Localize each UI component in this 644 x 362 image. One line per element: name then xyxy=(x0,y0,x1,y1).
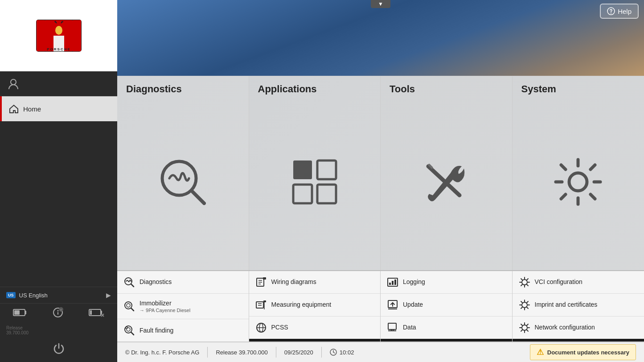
battery-status-icon[interactable] xyxy=(13,308,27,320)
network-icon xyxy=(519,322,530,333)
svg-rect-70 xyxy=(392,281,394,285)
svg-line-50 xyxy=(131,308,134,311)
language-selector[interactable]: US US English ▶ xyxy=(0,287,117,303)
category-diagnostics-title: Diagnostics xyxy=(126,83,240,95)
menu-item-data[interactable]: Data xyxy=(381,317,512,339)
svg-line-47 xyxy=(131,284,134,287)
menu-item-logging-label: Logging xyxy=(403,278,425,286)
help-button[interactable]: Help xyxy=(600,4,639,19)
svg-rect-69 xyxy=(389,283,391,285)
svg-rect-75 xyxy=(388,323,396,329)
svg-line-104 xyxy=(527,324,528,325)
svg-line-87 xyxy=(521,284,522,286)
svg-point-28 xyxy=(611,13,611,14)
sidebar: PORSCHE Home US US English ▶ xyxy=(0,0,117,362)
menu-item-fault-finding[interactable]: Fault finding xyxy=(117,319,249,341)
data-icon xyxy=(387,322,398,333)
footer: © Dr. Ing. h.c. F. Porsche AG Release 39… xyxy=(117,341,644,362)
hero-chevron[interactable]: ▼ xyxy=(371,0,390,8)
category-system-title: System xyxy=(521,83,636,95)
svg-rect-59 xyxy=(263,277,266,280)
svg-point-49 xyxy=(127,304,130,307)
svg-line-45 xyxy=(561,194,566,199)
menu-item-vci[interactable]: VCI configuration xyxy=(513,271,644,294)
menu-item-update-label: Update xyxy=(403,300,423,309)
diagnostics-icon xyxy=(156,155,209,209)
menu-item-diagnostics-label: Diagnostics xyxy=(139,278,172,286)
alert-triangle-icon: ⚠ xyxy=(537,347,544,357)
menu-item-vci-label: VCI configuration xyxy=(535,278,582,286)
svg-rect-16 xyxy=(25,311,26,314)
logo-area: PORSCHE xyxy=(0,0,117,71)
menu-col-diagnostics: Diagnostics Immobilizer → 9PA Cayenne Di… xyxy=(117,271,249,341)
battery-error-icon[interactable] xyxy=(89,308,105,320)
svg-point-37 xyxy=(569,173,587,191)
svg-rect-63 xyxy=(263,300,266,302)
menu-item-update[interactable]: Update xyxy=(381,294,512,317)
svg-rect-34 xyxy=(317,185,336,203)
menu-item-pcss[interactable]: PCSS xyxy=(249,317,381,339)
clock-icon xyxy=(330,349,337,356)
update-icon xyxy=(387,299,398,311)
svg-point-13 xyxy=(11,79,16,85)
svg-line-43 xyxy=(591,194,595,199)
user-area[interactable] xyxy=(0,71,117,96)
category-tools[interactable]: Tools xyxy=(381,76,513,270)
power-button[interactable] xyxy=(53,342,65,357)
menu-item-logging[interactable]: Logging xyxy=(381,271,512,294)
svg-line-95 xyxy=(527,301,528,303)
svg-line-84 xyxy=(521,279,522,280)
category-diagnostics[interactable]: Diagnostics xyxy=(117,76,249,270)
menu-item-network[interactable]: Network configuration xyxy=(513,317,644,339)
help-circle-icon xyxy=(607,7,615,15)
language-arrow-icon: ▶ xyxy=(106,292,111,299)
svg-line-103 xyxy=(527,330,528,331)
menu-item-measuring-label: Measuring equipment xyxy=(271,300,332,309)
menu-col-tools: Logging Update Data xyxy=(381,271,513,341)
power-area[interactable] xyxy=(0,339,117,362)
menu-item-measuring[interactable]: Measuring equipment xyxy=(249,294,381,317)
main-content: ▼ Help Diagnostics xyxy=(117,0,644,362)
footer-release: Release 39.700.000 xyxy=(216,349,267,356)
svg-text:!: ! xyxy=(60,309,61,312)
svg-line-102 xyxy=(521,324,522,325)
svg-line-96 xyxy=(521,307,522,309)
svg-line-30 xyxy=(192,191,204,203)
svg-rect-33 xyxy=(293,185,312,203)
svg-text:PORSCHE: PORSCHE xyxy=(47,47,71,51)
svg-rect-71 xyxy=(394,280,396,285)
home-icon xyxy=(9,104,19,114)
footer-time: 10:02 xyxy=(330,349,354,356)
svg-rect-4 xyxy=(72,20,81,51)
menu-item-immobilizer[interactable]: Immobilizer → 9PA Cayenne Diesel xyxy=(117,294,249,319)
language-label: US English xyxy=(19,292,48,299)
wiring-icon xyxy=(255,276,267,288)
menu-item-diagnostics[interactable]: Diagnostics xyxy=(117,271,249,294)
pcss-icon xyxy=(255,322,267,333)
menu-item-fault-label: Fault finding xyxy=(139,326,173,334)
porsche-logo-icon: PORSCHE xyxy=(32,18,86,53)
status-bar: ! xyxy=(0,303,117,324)
menu-item-imprint[interactable]: Imprint and certificates xyxy=(513,294,644,317)
svg-point-97 xyxy=(522,325,527,330)
home-menu-item[interactable]: Home xyxy=(0,96,117,121)
svg-line-93 xyxy=(521,301,522,303)
svg-line-105 xyxy=(521,330,522,331)
menu-col-system: VCI configuration Impri xyxy=(513,271,644,341)
footer-date: 09/25/2020 xyxy=(284,349,313,356)
menu-item-data-label: Data xyxy=(403,323,416,331)
svg-point-18 xyxy=(57,310,58,312)
menu-item-network-label: Network configuration xyxy=(535,323,595,331)
svg-line-85 xyxy=(527,284,528,286)
help-label: Help xyxy=(618,8,632,15)
category-applications[interactable]: Applications xyxy=(249,76,381,270)
hero-area: ▼ Help xyxy=(117,0,644,76)
diagnostics-menu-icon xyxy=(123,276,135,288)
menu-rows: Diagnostics Immobilizer → 9PA Cayenne Di… xyxy=(117,270,644,341)
category-system[interactable]: System xyxy=(513,76,644,270)
footer-alert: ⚠ Document updates necessary xyxy=(530,344,636,360)
info-status-icon[interactable]: ! xyxy=(53,307,63,320)
svg-rect-3 xyxy=(63,20,72,51)
menu-item-wiring[interactable]: Wiring diagrams xyxy=(249,271,381,294)
home-label: Home xyxy=(23,105,41,113)
